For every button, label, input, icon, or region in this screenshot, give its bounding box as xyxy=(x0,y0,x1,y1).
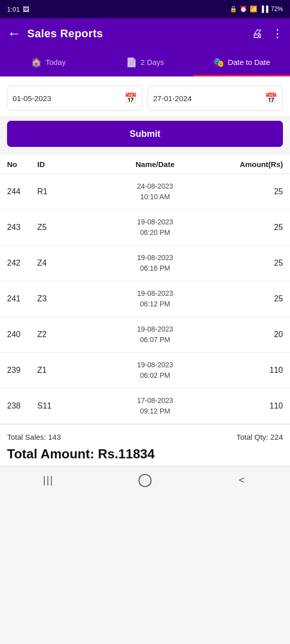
header-no: No xyxy=(7,160,37,169)
row-id: Z2 xyxy=(37,330,78,339)
table-row: 240 Z2 19-08-2023 06:07 PM 20 xyxy=(0,317,290,353)
date-to-value: 27-01-2024 xyxy=(153,94,261,103)
row-amount: 20 xyxy=(233,330,283,339)
table-row: 243 Z5 19-08-2023 06:20 PM 25 xyxy=(0,210,290,246)
calendar-to-icon: 📅 xyxy=(265,92,277,104)
date-from-value: 01-05-2023 xyxy=(13,94,120,103)
total-amount-text: Total Amount: Rs.11834 xyxy=(7,446,283,462)
table-row: 238 S11 17-08-2023 09:12 PM 110 xyxy=(0,388,290,424)
row-amount: 25 xyxy=(233,259,283,268)
row-id: Z3 xyxy=(37,294,78,303)
tab-2days[interactable]: 📄 2 Days xyxy=(97,49,193,76)
row-amount: 25 xyxy=(233,294,283,303)
bottom-navigation: ||| < xyxy=(0,466,290,494)
row-amount: 25 xyxy=(233,223,283,232)
wifi-icon: 📶 xyxy=(250,6,257,13)
total-sales-text: Total Sales: 143 xyxy=(7,433,61,441)
row-name-date: 19-08-2023 06:16 PM xyxy=(78,253,233,274)
table-row: 241 Z3 19-08-2023 06:12 PM 25 xyxy=(0,281,290,317)
row-id: Z4 xyxy=(37,259,78,268)
print-icon[interactable]: 🖨 xyxy=(252,27,263,40)
row-name-date: 19-08-2023 06:07 PM xyxy=(78,324,233,345)
time-text: 1:01 xyxy=(7,6,20,13)
sales-table: No ID Name/Date Amount(Rs) 244 R1 24-08-… xyxy=(0,155,290,424)
menu-icon: ||| xyxy=(43,474,54,486)
alarm-icon: ⏰ xyxy=(240,6,247,13)
row-id: R1 xyxy=(37,187,78,196)
row-name-date: 19-08-2023 06:12 PM xyxy=(78,288,233,309)
tab-today[interactable]: 🏠 Today xyxy=(0,49,97,76)
row-no: 238 xyxy=(7,401,37,411)
footer-totals: Total Sales: 143 Total Qty: 224 Total Am… xyxy=(0,424,290,466)
back-button[interactable]: ← xyxy=(7,27,21,41)
circle-icon xyxy=(138,474,152,487)
row-name-date: 24-08-2023 10:10 AM xyxy=(78,181,233,202)
footer-row-1: Total Sales: 143 Total Qty: 224 xyxy=(7,433,283,441)
submit-button[interactable]: Submit xyxy=(7,121,283,147)
row-id: Z1 xyxy=(37,366,78,375)
header-amount: Amount(Rs) xyxy=(233,160,283,169)
status-bar: 1:01 🖼 🔒 ⏰ 📶 ▐▐ 72% xyxy=(0,0,290,18)
tab-today-label: Today xyxy=(45,58,65,66)
page-title: Sales Reports xyxy=(27,27,246,40)
row-amount: 110 xyxy=(233,366,283,375)
total-qty-text: Total Qty: 224 xyxy=(236,433,283,441)
row-no: 241 xyxy=(7,294,37,303)
row-id: Z5 xyxy=(37,223,78,232)
date-picker-row: 01-05-2023 📅 27-01-2024 📅 xyxy=(0,76,290,116)
calendar-from-icon: 📅 xyxy=(124,92,137,104)
table-row: 244 R1 24-08-2023 10:10 AM 25 xyxy=(0,174,290,210)
lock-icon: 🔒 xyxy=(230,6,237,13)
row-no: 242 xyxy=(7,259,37,268)
signal-icon: ▐▐ xyxy=(260,6,268,13)
row-name-date: 19-08-2023 06:20 PM xyxy=(78,217,233,238)
photo-icon: 🖼 xyxy=(23,6,29,13)
tab-bar: 🏠 Today 📄 2 Days 🎭 Date to Date xyxy=(0,49,290,76)
tab-2days-label: 2 Days xyxy=(140,58,164,66)
header-icons: 🖨 ⋮ xyxy=(252,27,283,40)
table-row: 242 Z4 19-08-2023 06:16 PM 25 xyxy=(0,246,290,281)
row-name-date: 19-08-2023 06:02 PM xyxy=(78,360,233,381)
home-icon: 🏠 xyxy=(31,57,42,68)
row-no: 243 xyxy=(7,223,37,232)
more-options-icon[interactable]: ⋮ xyxy=(272,27,283,40)
bottom-home-button[interactable] xyxy=(132,470,158,491)
date-from-picker[interactable]: 01-05-2023 📅 xyxy=(7,86,142,111)
header-name-date: Name/Date xyxy=(78,160,233,169)
battery-text: 72% xyxy=(271,6,283,13)
row-no: 244 xyxy=(7,187,37,196)
calendar-range-icon: 🎭 xyxy=(213,57,224,68)
row-no: 239 xyxy=(7,366,37,375)
bottom-menu-button[interactable]: ||| xyxy=(36,470,61,491)
row-amount: 110 xyxy=(233,401,283,411)
bottom-back-button[interactable]: < xyxy=(229,470,254,491)
row-name-date: 17-08-2023 09:12 PM xyxy=(78,395,233,417)
tab-datetodate[interactable]: 🎭 Date to Date xyxy=(193,49,290,76)
doc-icon: 📄 xyxy=(126,57,137,68)
header-id: ID xyxy=(37,160,78,169)
tab-datetodate-label: Date to Date xyxy=(228,58,270,66)
top-bar: ← Sales Reports 🖨 ⋮ xyxy=(0,18,290,49)
row-amount: 25 xyxy=(233,187,283,196)
table-row: 239 Z1 19-08-2023 06:02 PM 110 xyxy=(0,353,290,388)
status-time: 1:01 🖼 xyxy=(7,6,29,13)
row-id: S11 xyxy=(37,401,78,411)
date-to-picker[interactable]: 27-01-2024 📅 xyxy=(148,86,283,111)
chevron-left-icon: < xyxy=(239,474,245,486)
row-no: 240 xyxy=(7,330,37,339)
table-header-row: No ID Name/Date Amount(Rs) xyxy=(0,155,290,174)
status-right-icons: 🔒 ⏰ 📶 ▐▐ 72% xyxy=(230,6,283,13)
